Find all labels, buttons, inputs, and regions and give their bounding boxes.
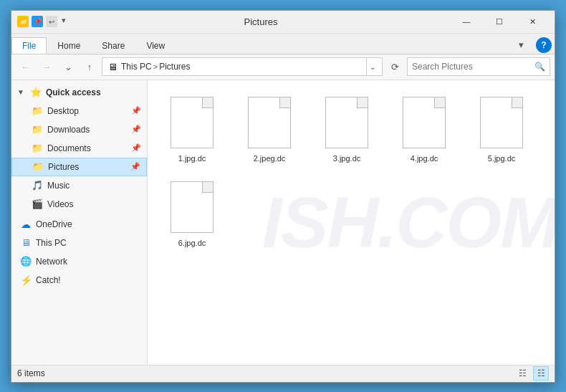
- network-icon: 🌐: [20, 256, 32, 267]
- file-icon-4: [476, 94, 527, 151]
- sidebar-item-music[interactable]: 🎵 Music: [11, 176, 147, 195]
- file-item-3[interactable]: 4.jpg.dc: [388, 89, 460, 168]
- tab-home[interactable]: Home: [47, 37, 91, 54]
- downloads-folder-icon: 📁: [32, 124, 43, 135]
- status-bar: 6 items ☷ ☷: [11, 365, 555, 382]
- file-icon-3: [398, 94, 450, 151]
- desktop-folder-icon: 📁: [32, 105, 43, 117]
- file-page-1: [248, 97, 291, 148]
- sidebar-catch-label: Catch!: [36, 275, 61, 285]
- file-name-1: 2.jpeg.dc: [254, 154, 286, 163]
- file-area: ISH.COM 1.jpg.dc 2: [148, 80, 555, 365]
- close-button[interactable]: ✕: [516, 10, 549, 33]
- pin-icon: 📌: [32, 16, 43, 27]
- title-bar: 📁 📌 ↩ ▾ Pictures — ☐ ✕: [11, 11, 555, 34]
- catch-icon: ⚡: [20, 274, 32, 286]
- window-title: Pictures: [72, 16, 450, 27]
- file-page-0: [171, 97, 214, 148]
- help-button[interactable]: ?: [536, 37, 552, 53]
- documents-folder-icon: 📁: [32, 143, 43, 154]
- quick-access-section: ▼ ⭐ Quick access 📁 Desktop 📌 📁 Downloads…: [11, 83, 147, 214]
- file-item-2[interactable]: 3.jpg.dc: [311, 89, 383, 168]
- file-icon-2: [321, 94, 373, 151]
- desktop-pinned-icon: 📌: [131, 106, 141, 115]
- file-icon-5: [166, 178, 218, 236]
- sidebar-item-videos-label: Videos: [47, 199, 73, 209]
- file-name-2: 3.jpg.dc: [333, 154, 361, 163]
- documents-pinned-icon: 📌: [131, 143, 141, 153]
- up-button[interactable]: ↑: [80, 58, 99, 75]
- forward-button[interactable]: →: [37, 58, 56, 75]
- view-controls: ☷ ☷: [514, 366, 549, 381]
- window-controls: — ☐ ✕: [450, 10, 549, 33]
- downloads-pinned-icon: 📌: [131, 125, 141, 134]
- address-thispc: This PC: [121, 62, 152, 72]
- address-dropdown-button[interactable]: ⌄: [366, 57, 378, 76]
- list-view-button[interactable]: ☷: [514, 366, 530, 381]
- ribbon: File Home Share View ▾ ?: [11, 34, 555, 54]
- grid-view-button[interactable]: ☷: [533, 366, 549, 381]
- file-explorer-window: 📁 📌 ↩ ▾ Pictures — ☐ ✕ File Home Share V…: [11, 10, 555, 383]
- minimize-button[interactable]: —: [450, 10, 483, 33]
- search-box[interactable]: 🔍: [407, 57, 550, 76]
- tab-view[interactable]: View: [135, 37, 176, 54]
- sidebar-item-videos[interactable]: 🎬 Videos: [11, 195, 147, 214]
- file-page-4: [480, 97, 523, 148]
- file-page-2: [325, 97, 368, 148]
- music-folder-icon: 🎵: [32, 180, 43, 191]
- sidebar: ▼ ⭐ Quick access 📁 Desktop 📌 📁 Downloads…: [11, 80, 148, 365]
- sidebar-item-network[interactable]: 🌐 Network: [11, 252, 147, 271]
- quick-access-label: Quick access: [46, 87, 101, 97]
- sidebar-item-downloads[interactable]: 📁 Downloads 📌: [11, 120, 147, 139]
- sidebar-thispc-label: This PC: [36, 238, 67, 248]
- undo-icon: ↩: [46, 16, 57, 27]
- address-separator: >: [153, 62, 158, 71]
- ribbon-tabs: File Home Share View ▾ ?: [11, 34, 555, 54]
- back-button[interactable]: ←: [16, 58, 34, 75]
- thispc-icon: 🖥: [20, 237, 32, 249]
- sidebar-item-thispc[interactable]: 🖥 This PC: [11, 234, 147, 252]
- address-parts: This PC > Pictures: [121, 62, 363, 72]
- sidebar-item-downloads-label: Downloads: [47, 125, 90, 135]
- sidebar-item-catch[interactable]: ⚡ Catch!: [11, 271, 147, 290]
- file-name-3: 4.jpg.dc: [411, 154, 438, 163]
- quick-access-icon: ⭐: [30, 87, 42, 97]
- main-content: ▼ ⭐ Quick access 📁 Desktop 📌 📁 Downloads…: [11, 80, 555, 365]
- address-bar[interactable]: 🖥 This PC > Pictures ⌄: [102, 57, 383, 76]
- search-input[interactable]: [412, 62, 532, 72]
- file-item-1[interactable]: 2.jpeg.dc: [234, 89, 305, 168]
- tab-file[interactable]: File: [11, 37, 47, 54]
- refresh-button[interactable]: ⟳: [385, 58, 404, 75]
- file-icon-1: [244, 94, 295, 151]
- sidebar-item-pictures[interactable]: 📁 Pictures 📌: [11, 158, 147, 176]
- file-page-3: [403, 97, 446, 148]
- file-item-0[interactable]: 1.jpg.dc: [156, 89, 228, 168]
- sidebar-item-desktop-label: Desktop: [47, 106, 79, 116]
- address-folder-icon: 🖥: [107, 61, 118, 72]
- sidebar-network-label: Network: [36, 257, 67, 267]
- file-icon-0: [166, 94, 218, 151]
- sidebar-quick-access-header[interactable]: ▼ ⭐ Quick access: [11, 83, 147, 102]
- maximize-button[interactable]: ☐: [483, 10, 516, 33]
- sidebar-item-documents[interactable]: 📁 Documents 📌: [11, 139, 147, 158]
- quick-access-icon: 📁: [17, 16, 29, 27]
- sidebar-item-documents-label: Documents: [47, 143, 91, 153]
- recent-locations-button[interactable]: ⌄: [59, 58, 77, 75]
- pictures-pinned-icon: 📌: [130, 162, 140, 171]
- videos-folder-icon: 🎬: [32, 199, 43, 210]
- tab-share[interactable]: Share: [91, 37, 135, 54]
- title-bar-icons: 📁 📌 ↩ ▾: [17, 16, 66, 27]
- address-current: Pictures: [159, 62, 190, 72]
- file-item-4[interactable]: 5.jpg.dc: [466, 89, 537, 168]
- sidebar-item-desktop[interactable]: 📁 Desktop 📌: [11, 102, 147, 120]
- file-name-0: 1.jpg.dc: [178, 154, 206, 163]
- sidebar-item-music-label: Music: [47, 181, 69, 191]
- file-grid: 1.jpg.dc 2.jpeg.dc: [153, 86, 549, 255]
- sidebar-item-pictures-label: Pictures: [48, 162, 79, 172]
- ribbon-collapse-button[interactable]: ▾: [512, 37, 530, 54]
- search-icon: 🔍: [534, 62, 545, 72]
- file-item-5[interactable]: 6.jpg.dc: [156, 173, 228, 252]
- sidebar-item-onedrive[interactable]: ☁ OneDrive: [11, 215, 147, 234]
- sidebar-onedrive-label: OneDrive: [36, 219, 72, 229]
- file-name-5: 6.jpg.dc: [178, 239, 206, 247]
